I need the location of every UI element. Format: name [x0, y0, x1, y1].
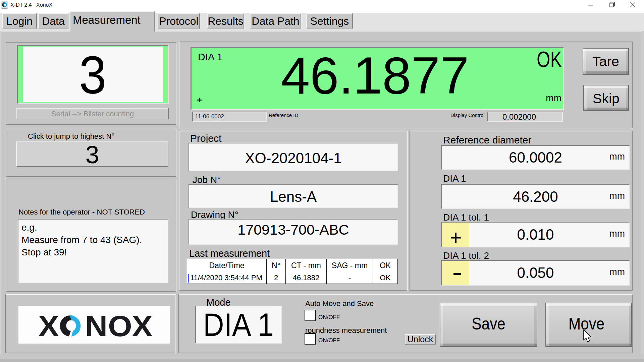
svg-text:X: X	[38, 309, 59, 343]
svg-text:X: X	[132, 309, 153, 343]
svg-text:O: O	[108, 309, 132, 343]
svg-text:N: N	[85, 309, 108, 343]
